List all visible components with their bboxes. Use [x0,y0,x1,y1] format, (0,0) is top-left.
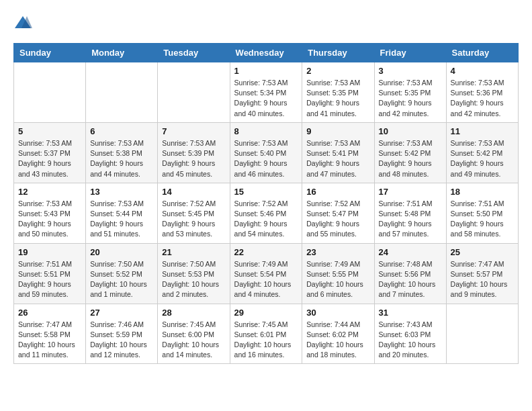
day-number: 6 [90,126,153,136]
calendar-cell [14,62,86,123]
day-number: 18 [451,187,514,197]
calendar: SundayMondayTuesdayWednesdayThursdayFrid… [13,43,519,364]
day-info: Sunrise: 7:53 AM Sunset: 5:42 PM Dayligh… [451,138,514,179]
day-info: Sunrise: 7:53 AM Sunset: 5:35 PM Dayligh… [379,78,442,119]
weekday-header-row: SundayMondayTuesdayWednesdayThursdayFrid… [14,44,519,62]
calendar-cell: 30Sunrise: 7:44 AM Sunset: 6:02 PM Dayli… [302,304,374,364]
day-info: Sunrise: 7:53 AM Sunset: 5:40 PM Dayligh… [234,138,298,179]
day-number: 22 [234,247,298,257]
day-info: Sunrise: 7:47 AM Sunset: 5:58 PM Dayligh… [18,320,81,361]
day-info: Sunrise: 7:51 AM Sunset: 5:51 PM Dayligh… [18,259,81,300]
day-info: Sunrise: 7:53 AM Sunset: 5:41 PM Dayligh… [306,138,369,179]
day-number: 9 [306,126,369,136]
calendar-cell: 18Sunrise: 7:51 AM Sunset: 5:50 PM Dayli… [446,183,518,243]
day-info: Sunrise: 7:53 AM Sunset: 5:35 PM Dayligh… [306,78,369,119]
day-number: 17 [379,187,442,197]
day-info: Sunrise: 7:43 AM Sunset: 6:03 PM Dayligh… [379,320,442,361]
calendar-cell: 23Sunrise: 7:49 AM Sunset: 5:55 PM Dayli… [302,243,374,304]
day-info: Sunrise: 7:52 AM Sunset: 5:46 PM Dayligh… [234,199,298,240]
day-info: Sunrise: 7:51 AM Sunset: 5:50 PM Dayligh… [451,199,514,240]
calendar-cell: 27Sunrise: 7:46 AM Sunset: 5:59 PM Dayli… [86,304,158,364]
calendar-cell: 11Sunrise: 7:53 AM Sunset: 5:42 PM Dayli… [446,122,518,183]
day-info: Sunrise: 7:52 AM Sunset: 5:45 PM Dayligh… [162,199,225,240]
calendar-cell: 20Sunrise: 7:50 AM Sunset: 5:52 PM Dayli… [86,243,158,304]
day-number: 2 [306,66,369,76]
weekday-header-saturday: Saturday [446,44,518,62]
calendar-cell: 17Sunrise: 7:51 AM Sunset: 5:48 PM Dayli… [374,183,446,243]
calendar-cell: 3Sunrise: 7:53 AM Sunset: 5:35 PM Daylig… [374,62,446,123]
day-info: Sunrise: 7:47 AM Sunset: 5:57 PM Dayligh… [451,259,514,300]
calendar-cell: 29Sunrise: 7:45 AM Sunset: 6:01 PM Dayli… [230,304,302,364]
day-info: Sunrise: 7:53 AM Sunset: 5:43 PM Dayligh… [18,199,81,240]
weekday-header-wednesday: Wednesday [230,44,302,62]
day-info: Sunrise: 7:49 AM Sunset: 5:54 PM Dayligh… [234,259,298,300]
calendar-cell: 31Sunrise: 7:43 AM Sunset: 6:03 PM Dayli… [374,304,446,364]
calendar-cell: 13Sunrise: 7:53 AM Sunset: 5:44 PM Dayli… [86,183,158,243]
calendar-cell: 10Sunrise: 7:53 AM Sunset: 5:42 PM Dayli… [374,122,446,183]
day-number: 1 [234,66,298,76]
day-number: 8 [234,126,298,136]
calendar-cell: 7Sunrise: 7:53 AM Sunset: 5:39 PM Daylig… [158,122,230,183]
day-number: 19 [18,247,81,257]
day-info: Sunrise: 7:53 AM Sunset: 5:36 PM Dayligh… [451,78,514,119]
calendar-cell: 16Sunrise: 7:52 AM Sunset: 5:47 PM Dayli… [302,183,374,243]
day-info: Sunrise: 7:46 AM Sunset: 5:59 PM Dayligh… [90,320,153,361]
day-number: 7 [162,126,225,136]
calendar-cell [158,62,230,123]
day-info: Sunrise: 7:52 AM Sunset: 5:47 PM Dayligh… [306,199,369,240]
calendar-cell: 8Sunrise: 7:53 AM Sunset: 5:40 PM Daylig… [230,122,302,183]
calendar-cell: 5Sunrise: 7:53 AM Sunset: 5:37 PM Daylig… [14,122,86,183]
logo-icon [13,13,32,32]
calendar-cell: 22Sunrise: 7:49 AM Sunset: 5:54 PM Dayli… [230,243,302,304]
calendar-cell [86,62,158,123]
calendar-cell: 2Sunrise: 7:53 AM Sunset: 5:35 PM Daylig… [302,62,374,123]
day-info: Sunrise: 7:53 AM Sunset: 5:39 PM Dayligh… [162,138,225,179]
weekday-header-tuesday: Tuesday [158,44,230,62]
day-info: Sunrise: 7:53 AM Sunset: 5:44 PM Dayligh… [90,199,153,240]
calendar-cell: 6Sunrise: 7:53 AM Sunset: 5:38 PM Daylig… [86,122,158,183]
week-row-1: 1Sunrise: 7:53 AM Sunset: 5:34 PM Daylig… [14,62,519,123]
day-number: 30 [306,308,369,318]
day-number: 31 [379,308,442,318]
day-number: 14 [162,187,225,197]
day-info: Sunrise: 7:49 AM Sunset: 5:55 PM Dayligh… [306,259,369,300]
day-number: 24 [379,247,442,257]
day-number: 5 [18,126,81,136]
day-number: 3 [379,66,442,76]
header [13,13,519,32]
day-number: 21 [162,247,225,257]
day-number: 23 [306,247,369,257]
calendar-cell: 19Sunrise: 7:51 AM Sunset: 5:51 PM Dayli… [14,243,86,304]
day-info: Sunrise: 7:50 AM Sunset: 5:53 PM Dayligh… [162,259,225,300]
day-number: 29 [234,308,298,318]
calendar-cell: 1Sunrise: 7:53 AM Sunset: 5:34 PM Daylig… [230,62,302,123]
day-number: 27 [90,308,153,318]
calendar-cell: 9Sunrise: 7:53 AM Sunset: 5:41 PM Daylig… [302,122,374,183]
day-number: 25 [451,247,514,257]
day-info: Sunrise: 7:53 AM Sunset: 5:42 PM Dayligh… [379,138,442,179]
logo [13,13,35,32]
week-row-2: 5Sunrise: 7:53 AM Sunset: 5:37 PM Daylig… [14,122,519,183]
calendar-cell: 26Sunrise: 7:47 AM Sunset: 5:58 PM Dayli… [14,304,86,364]
day-info: Sunrise: 7:45 AM Sunset: 6:01 PM Dayligh… [234,320,298,361]
calendar-cell: 15Sunrise: 7:52 AM Sunset: 5:46 PM Dayli… [230,183,302,243]
calendar-cell: 14Sunrise: 7:52 AM Sunset: 5:45 PM Dayli… [158,183,230,243]
day-number: 13 [90,187,153,197]
weekday-header-thursday: Thursday [302,44,374,62]
page: SundayMondayTuesdayWednesdayThursdayFrid… [0,0,532,377]
day-info: Sunrise: 7:48 AM Sunset: 5:56 PM Dayligh… [379,259,442,300]
week-row-3: 12Sunrise: 7:53 AM Sunset: 5:43 PM Dayli… [14,183,519,243]
day-info: Sunrise: 7:44 AM Sunset: 6:02 PM Dayligh… [306,320,369,361]
day-number: 28 [162,308,225,318]
calendar-cell: 12Sunrise: 7:53 AM Sunset: 5:43 PM Dayli… [14,183,86,243]
calendar-cell: 4Sunrise: 7:53 AM Sunset: 5:36 PM Daylig… [446,62,518,123]
day-info: Sunrise: 7:45 AM Sunset: 6:00 PM Dayligh… [162,320,225,361]
weekday-header-friday: Friday [374,44,446,62]
calendar-cell: 25Sunrise: 7:47 AM Sunset: 5:57 PM Dayli… [446,243,518,304]
weekday-header-sunday: Sunday [14,44,86,62]
day-number: 11 [451,126,514,136]
day-info: Sunrise: 7:53 AM Sunset: 5:38 PM Dayligh… [90,138,153,179]
calendar-cell: 24Sunrise: 7:48 AM Sunset: 5:56 PM Dayli… [374,243,446,304]
calendar-cell: 28Sunrise: 7:45 AM Sunset: 6:00 PM Dayli… [158,304,230,364]
calendar-cell [446,304,518,364]
